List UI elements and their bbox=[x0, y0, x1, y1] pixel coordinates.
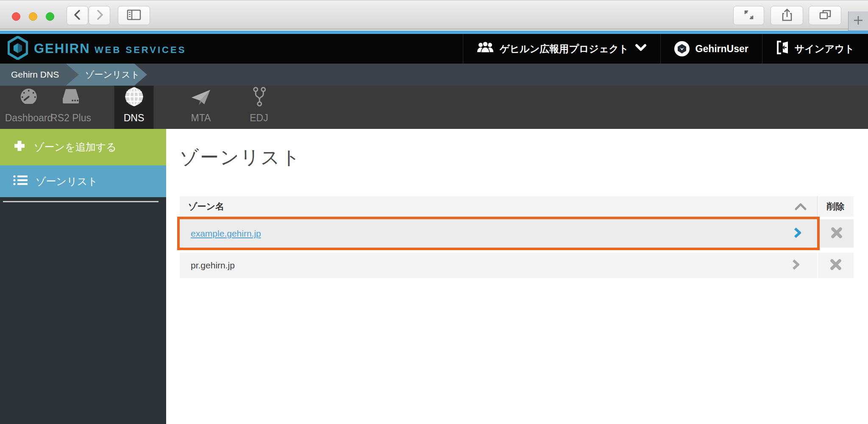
plus-icon bbox=[13, 139, 26, 155]
signout-button[interactable]: サインアウト bbox=[762, 34, 868, 64]
sidebar-divider bbox=[3, 201, 159, 202]
forward-button[interactable] bbox=[89, 6, 110, 25]
tabs-icon bbox=[818, 8, 832, 23]
delete-zone-button[interactable] bbox=[820, 219, 854, 248]
brand-logo[interactable]: GEHIRN WEB SERVICES bbox=[0, 36, 186, 61]
delete-zone-button[interactable] bbox=[818, 253, 854, 278]
breadcrumb: ゾーンリスト Gehirn DNS bbox=[0, 64, 868, 86]
header-right-menu: ゲヒルン広報用プロジェクト GehirnUser サ bbox=[463, 34, 868, 64]
table-row: example.gehirn.jp bbox=[180, 217, 854, 250]
zone-table-header: ゾーン名 削除 bbox=[180, 196, 854, 217]
tab-label: EDJ bbox=[250, 112, 268, 124]
chevron-right-icon[interactable] bbox=[793, 227, 802, 240]
page-top-accent-bar bbox=[0, 31, 868, 34]
plus-icon bbox=[853, 15, 864, 28]
app-header: GEHIRN WEB SERVICES ゲヒルン広報用プロジェクト bbox=[0, 34, 868, 64]
user-name: GehirnUser bbox=[696, 43, 748, 55]
gauge-icon bbox=[19, 87, 39, 109]
tab-label: DNS bbox=[124, 112, 145, 124]
paper-plane-icon bbox=[190, 87, 212, 109]
sidebar-item-label: ゾーンを追加する bbox=[34, 140, 117, 154]
chevron-down-icon bbox=[635, 43, 647, 55]
chevron-right-icon bbox=[94, 8, 105, 23]
column-header-zone-name[interactable]: ゾーン名 bbox=[188, 196, 224, 217]
minimize-window-button[interactable] bbox=[29, 12, 37, 21]
signout-label: サインアウト bbox=[795, 42, 854, 56]
zone-table: ゾーン名 削除 example.gehirn.jp pr.gehirn.jp bbox=[180, 196, 854, 278]
people-group-icon bbox=[477, 41, 494, 56]
breadcrumb-label: ゾーンリスト bbox=[85, 70, 139, 79]
signout-door-icon bbox=[776, 40, 789, 57]
tab-edj[interactable]: EDJ bbox=[244, 86, 274, 129]
window-controls bbox=[12, 12, 54, 21]
tab-label: MTA bbox=[191, 112, 211, 124]
list-icon bbox=[13, 174, 28, 189]
tab-overview-button[interactable] bbox=[809, 6, 841, 25]
close-window-button[interactable] bbox=[12, 12, 20, 21]
tab-dns[interactable]: DNS bbox=[114, 86, 154, 129]
x-icon bbox=[831, 227, 843, 240]
sidebar-item-zone-list[interactable]: ゾーンリスト bbox=[0, 165, 166, 197]
zoom-window-button[interactable] bbox=[46, 12, 54, 21]
gehirn-hexagon-logo-icon bbox=[8, 36, 28, 61]
column-header-delete: 削除 bbox=[818, 196, 854, 217]
tab-rs2-plus[interactable]: RS2 Plus bbox=[45, 86, 97, 129]
chevron-right-icon[interactable] bbox=[792, 259, 800, 272]
tab-label: RS2 Plus bbox=[50, 112, 91, 124]
tab-mta[interactable]: MTA bbox=[184, 86, 218, 129]
fork-icon bbox=[250, 86, 267, 109]
avatar bbox=[674, 41, 690, 56]
server-icon bbox=[60, 87, 82, 109]
share-icon bbox=[781, 8, 793, 23]
brand-suffix: WEB SERVICES bbox=[95, 45, 186, 55]
breadcrumb-label: Gehirn DNS bbox=[11, 70, 59, 79]
zone-link[interactable]: example.gehirn.jp bbox=[191, 229, 261, 239]
main-content: ゾーンリスト ゾーン名 削除 example.gehirn.jp bbox=[166, 129, 868, 424]
chevron-left-icon bbox=[72, 8, 83, 23]
sidebar-icon bbox=[126, 8, 142, 23]
project-selector[interactable]: ゲヒルン広報用プロジェクト bbox=[463, 34, 660, 64]
browser-titlebar bbox=[0, 0, 868, 30]
highlighted-zone-row[interactable]: example.gehirn.jp bbox=[177, 217, 820, 250]
sidebar: ゾーンを追加する ゾーンリスト bbox=[0, 129, 166, 424]
page-title: ゾーンリスト bbox=[180, 145, 301, 170]
globe-icon bbox=[124, 86, 144, 109]
sidebar-item-label: ゾーンリスト bbox=[36, 175, 98, 188]
brand-name: GEHIRN bbox=[34, 41, 90, 56]
sidebar-toggle-button[interactable] bbox=[118, 6, 150, 25]
user-menu[interactable]: GehirnUser bbox=[660, 34, 762, 64]
service-tabbar: Dashboard RS2 Plus DNS bbox=[0, 86, 868, 129]
table-row[interactable]: pr.gehirn.jp bbox=[180, 253, 854, 278]
project-selector-label: ゲヒルン広報用プロジェクト bbox=[500, 42, 629, 56]
x-icon bbox=[830, 259, 842, 272]
fullscreen-icon bbox=[743, 8, 755, 23]
sort-ascending-icon[interactable] bbox=[793, 202, 808, 213]
breadcrumb-item-gehirn-dns[interactable]: Gehirn DNS bbox=[0, 64, 78, 86]
sidebar-item-add-zone[interactable]: ゾーンを追加する bbox=[0, 129, 166, 165]
new-tab-button[interactable] bbox=[848, 11, 868, 31]
back-button[interactable] bbox=[67, 6, 88, 25]
share-button[interactable] bbox=[771, 6, 803, 25]
zone-name: pr.gehirn.jp bbox=[191, 253, 235, 278]
fullscreen-button[interactable] bbox=[733, 6, 764, 25]
